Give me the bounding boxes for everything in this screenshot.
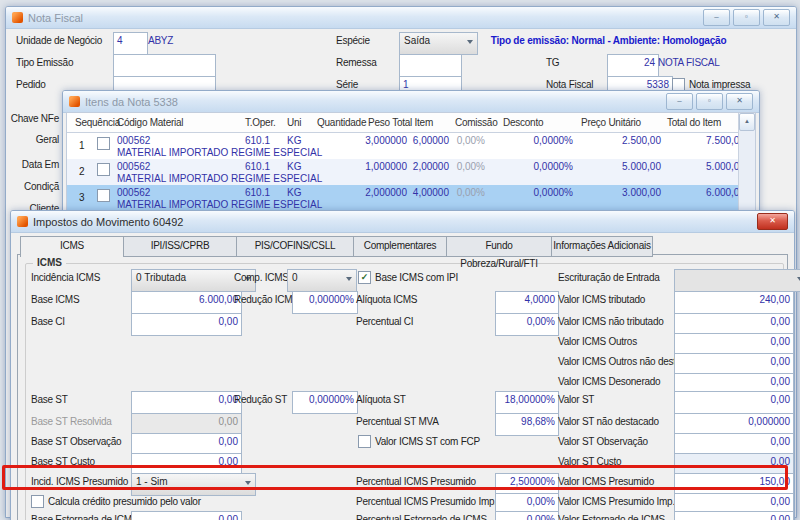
- table-row-selected[interactable]: 3 000562 610.1 KG 2,000000 4,00000 0,00%…: [67, 185, 739, 212]
- row-checkbox[interactable]: [97, 189, 110, 202]
- cell-desconto: 0,0000%: [497, 135, 573, 146]
- sidebar-item-geral[interactable]: Geral: [9, 134, 59, 145]
- serie-label: Série: [336, 79, 358, 90]
- window-title: Impostos do Movimento 60492: [33, 216, 183, 228]
- scroll-up-icon[interactable]: ▲: [739, 113, 755, 131]
- maximize-icon[interactable]: ▫: [733, 9, 760, 26]
- base-estornada-icms-input[interactable]: 0,00: [131, 511, 242, 520]
- app-icon: [17, 216, 28, 227]
- close-icon[interactable]: ✕: [726, 93, 753, 110]
- valor-icms-st-fcp-checkbox[interactable]: Valor ICMS ST com FCP: [358, 435, 480, 448]
- itens-grid: Sequência Código Material T.Oper. Uni Qu…: [66, 112, 756, 219]
- base-st-input[interactable]: 0,00: [131, 391, 242, 414]
- cell-descricao: MATERIAL IMPORTADO REGIME ESPECIAL: [117, 147, 322, 158]
- table-row[interactable]: 1 000562 610.1 KG 3,000000 6,00000 0,00%…: [67, 133, 739, 160]
- escrituracao-entrada-select[interactable]: [674, 269, 800, 292]
- remessa-input[interactable]: [399, 54, 462, 77]
- close-icon[interactable]: ✕: [757, 213, 788, 230]
- escrituracao-entrada-label: Escrituração de Entrada: [558, 272, 660, 283]
- valor-icms-presumido-imp-pr-label: Valor ICMS Presumido Imp. PR: [558, 496, 691, 507]
- tab-pis-cofins-csll[interactable]: PIS/COFINS/CSLL: [237, 236, 354, 257]
- cell-desconto: 0,0000%: [497, 187, 573, 198]
- percentual-estornado-icms-label: Percentual Estornado de ICMS: [356, 514, 487, 520]
- cell-comissao: 0,00%: [447, 135, 485, 146]
- cell-preco: 2.500,00: [585, 135, 661, 146]
- tg-label: TG: [546, 57, 559, 68]
- cell-toper: 610.1: [245, 187, 270, 198]
- window-title: Itens da Nota 5338: [85, 96, 178, 108]
- table-row[interactable]: 2 000562 610.1 KG 1,000000 2,00000 0,00%…: [67, 159, 739, 186]
- tab-informacoes-adicionais[interactable]: Informações Adicionais: [552, 236, 653, 257]
- minimize-icon[interactable]: –: [703, 9, 730, 26]
- cell-comissao: 0,00%: [447, 187, 485, 198]
- base-icms-com-ipi-checkbox[interactable]: ✓ Base ICMS com IPI: [358, 271, 458, 284]
- cell-peso: 4,00000: [379, 187, 449, 198]
- tab-fundo-pobreza[interactable]: Fundo Pobreza/Rural/FTI: [447, 236, 552, 257]
- tab-icms[interactable]: ICMS: [20, 236, 124, 257]
- cell-peso: 2,00000: [379, 161, 449, 172]
- vertical-scrollbar[interactable]: ▲: [738, 113, 755, 218]
- checkbox-label: Valor ICMS ST com FCP: [375, 436, 480, 447]
- percentual-ci-input[interactable]: 0,00%: [495, 313, 559, 336]
- percentual-estornado-icms-input[interactable]: 0,00%: [495, 511, 559, 520]
- col-comissao: Comissão: [455, 117, 497, 128]
- tipo-emissao-input[interactable]: [113, 54, 216, 77]
- cell-preco: 5.000,00: [585, 161, 661, 172]
- tg-input[interactable]: 24: [607, 54, 659, 77]
- percentual-ci-label: Percentual CI: [356, 316, 413, 327]
- valor-icms-tributado-input[interactable]: 240,00: [674, 291, 794, 314]
- aliquota-st-input[interactable]: 18,00000%: [495, 391, 559, 414]
- row-checkbox[interactable]: [97, 137, 110, 150]
- base-icms-input[interactable]: 6.000,00: [131, 291, 242, 314]
- comp-icms-select[interactable]: 0: [287, 269, 357, 292]
- unidade-negocio-input[interactable]: 4: [113, 32, 148, 55]
- percentual-st-mva-label: Percentual ST MVA: [356, 416, 439, 427]
- minimize-icon[interactable]: –: [666, 93, 693, 110]
- valor-st-nao-destacado-label: Valor ST não destacado: [558, 416, 659, 427]
- cell-descricao: MATERIAL IMPORTADO REGIME ESPECIAL: [117, 173, 322, 184]
- cell-descricao: MATERIAL IMPORTADO REGIME ESPECIAL: [117, 199, 322, 210]
- tab-ipi-iss-cprb[interactable]: IPI/ISS/CPRB: [124, 236, 237, 257]
- cell-preco: 3.000,00: [585, 187, 661, 198]
- app-icon: [69, 96, 80, 107]
- valor-st-input[interactable]: 0,00: [674, 391, 794, 414]
- sidebar-item-chave-nfe: Chave NFe: [9, 113, 59, 124]
- row-checkbox[interactable]: [97, 163, 110, 176]
- cell-uni: KG: [287, 135, 301, 146]
- valor-estornado-icms-input[interactable]: 0,00: [674, 511, 794, 520]
- pedido-label: Pedido: [16, 79, 46, 90]
- checkbox-label: Calcula crédito presumido pelo valor: [48, 496, 201, 507]
- valor-st-label: Valor ST: [558, 394, 594, 405]
- emissao-ambiente-info: Tipo de emissão: Normal - Ambiente: Homo…: [436, 35, 781, 46]
- tg-desc: NOTA FISCAL: [658, 57, 720, 68]
- base-st-observacao-label: Base ST Observação: [31, 436, 121, 447]
- col-uni: Uni: [287, 117, 301, 128]
- valor-icms-tributado-label: Valor ICMS tributado: [558, 294, 645, 305]
- desktop: { "icons": {"minimize": "–", "maximize":…: [0, 0, 800, 520]
- tab-bar: ICMS IPI/ISS/CPRB PIS/COFINS/CSLL Comple…: [20, 236, 653, 255]
- reducao-icms-input[interactable]: 0,00000%: [292, 291, 358, 314]
- valor-st-custo-label: Valor ST Custo: [558, 456, 621, 467]
- incid-icms-presumido-select[interactable]: 1 - Sim: [131, 473, 256, 496]
- cell-total: 7.500,00: [669, 135, 745, 146]
- checkbox-unchecked-icon: [358, 435, 371, 448]
- col-toper: T.Oper.: [245, 117, 276, 128]
- tab-complementares[interactable]: Complementares: [354, 236, 447, 257]
- incid-icms-presumido-label: Incid. ICMS Presumido: [31, 476, 128, 487]
- maximize-icon[interactable]: ▫: [696, 93, 723, 110]
- col-desconto: Desconto: [503, 117, 543, 128]
- base-ci-input[interactable]: 0,00: [131, 313, 242, 336]
- calcula-credito-presumido-checkbox[interactable]: Calcula crédito presumido pelo valor: [31, 495, 201, 508]
- impostos-window: Impostos do Movimento 60492 ✕ ICMS IPI/I…: [10, 210, 795, 520]
- window-title: Nota Fiscal: [28, 12, 83, 24]
- close-icon[interactable]: ✕: [763, 9, 790, 26]
- percentual-icms-presumido-imp-pr-label: Percentual ICMS Presumido Imp. PR: [356, 496, 513, 507]
- aliquota-icms-input[interactable]: 4,0000: [495, 291, 559, 314]
- valor-icms-presumido-label: Valor ICMS Presumido: [558, 476, 654, 487]
- cell-toper: 610.1: [245, 161, 270, 172]
- valor-estornado-icms-label: Valor Estornado de ICMS: [558, 514, 665, 520]
- col-total: Total do Item: [667, 117, 721, 128]
- reducao-st-input[interactable]: 0,00000%: [292, 391, 358, 414]
- percentual-st-mva-input[interactable]: 98,68%: [495, 413, 559, 436]
- valor-icms-outros-nao-dest-label: Valor ICMS Outros não dest.: [558, 356, 678, 367]
